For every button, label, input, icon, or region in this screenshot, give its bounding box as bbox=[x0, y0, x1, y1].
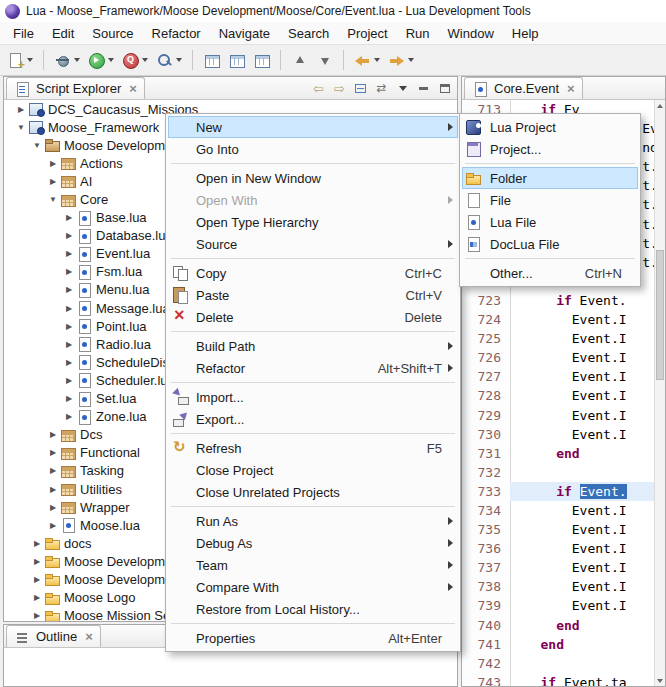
expand-arrow-icon[interactable]: ▶ bbox=[30, 539, 44, 548]
menu-item-export[interactable]: Export... bbox=[168, 408, 458, 430]
code-text[interactable]: Event.I bbox=[510, 386, 654, 405]
editor-line[interactable]: 737 Event.I bbox=[462, 558, 654, 577]
expand-arrow-icon[interactable]: ▶ bbox=[30, 611, 44, 620]
new-wizard-button[interactable] bbox=[4, 49, 36, 72]
expand-arrow-icon[interactable]: ▶ bbox=[62, 213, 76, 222]
menu-item-run-as[interactable]: Run As bbox=[168, 510, 458, 532]
line-number[interactable]: 724 bbox=[462, 310, 510, 329]
expand-arrow-icon[interactable]: ▶ bbox=[46, 430, 60, 439]
line-number[interactable]: 743 bbox=[462, 673, 510, 686]
line-number[interactable]: 740 bbox=[462, 616, 510, 635]
line-number[interactable]: 736 bbox=[462, 539, 510, 558]
menu-item-open-in-new-window[interactable]: Open in New Window bbox=[168, 167, 458, 189]
menubar-file[interactable]: File bbox=[4, 24, 43, 43]
line-number[interactable]: 730 bbox=[462, 425, 510, 444]
tab-outline[interactable]: Outline × bbox=[6, 625, 101, 647]
code-text[interactable]: Event.I bbox=[510, 501, 654, 520]
line-number[interactable]: 723 bbox=[462, 291, 510, 310]
line-number[interactable]: 739 bbox=[462, 596, 510, 615]
editor-line[interactable]: 741 end bbox=[462, 635, 654, 654]
menubar-help[interactable]: Help bbox=[503, 24, 548, 43]
expand-arrow-icon[interactable]: ▶ bbox=[46, 177, 60, 186]
grid-view-1-button[interactable] bbox=[200, 49, 223, 72]
code-text[interactable]: Event.I bbox=[510, 406, 654, 425]
close-icon[interactable]: × bbox=[129, 82, 137, 95]
editor-line[interactable]: 732 bbox=[462, 463, 654, 482]
collapse-arrow-icon[interactable]: ▼ bbox=[14, 123, 28, 132]
close-icon[interactable]: × bbox=[85, 630, 93, 643]
expand-arrow-icon[interactable]: ▶ bbox=[46, 503, 60, 512]
menu-item-other[interactable]: Other...Ctrl+N bbox=[462, 262, 638, 284]
code-text[interactable]: Event.I bbox=[510, 539, 654, 558]
link-with-editor-icon[interactable]: ⇄ bbox=[373, 80, 390, 97]
menu-item-close-project[interactable]: Close Project bbox=[168, 459, 458, 481]
expand-arrow-icon[interactable]: ▶ bbox=[62, 267, 76, 276]
code-text[interactable]: end bbox=[510, 635, 654, 654]
menubar-source[interactable]: Source bbox=[83, 24, 142, 43]
debug-button[interactable] bbox=[51, 49, 83, 72]
expand-arrow-icon[interactable]: ▶ bbox=[62, 376, 76, 385]
code-text[interactable]: if Event.ta bbox=[510, 673, 654, 686]
expand-arrow-icon[interactable]: ▶ bbox=[62, 249, 76, 258]
editor-line[interactable]: 727 Event.I bbox=[462, 367, 654, 386]
editor-line[interactable]: 742 bbox=[462, 654, 654, 673]
menu-item-refactor[interactable]: RefactorAlt+Shift+T bbox=[168, 357, 458, 379]
code-text[interactable]: Event.I bbox=[510, 596, 654, 615]
code-text[interactable]: Event.I bbox=[510, 425, 654, 444]
expand-arrow-icon[interactable]: ▶ bbox=[62, 285, 76, 294]
scroll-up-icon[interactable] bbox=[655, 100, 665, 111]
menu-item-refresh[interactable]: RefreshF5 bbox=[168, 437, 458, 459]
line-number[interactable]: 732 bbox=[462, 463, 510, 482]
code-text[interactable]: end bbox=[510, 616, 654, 635]
line-number[interactable]: 726 bbox=[462, 348, 510, 367]
code-text[interactable]: if Event. bbox=[510, 482, 654, 501]
menu-item-new[interactable]: New bbox=[168, 116, 458, 138]
line-number[interactable]: 741 bbox=[462, 635, 510, 654]
code-text[interactable]: Event.I bbox=[510, 520, 654, 539]
grid-view-2-button[interactable] bbox=[225, 49, 248, 72]
menu-item-lua-project[interactable]: Lua Project bbox=[462, 116, 638, 138]
scroll-down-icon[interactable] bbox=[655, 675, 665, 686]
editor-line[interactable]: 735 Event.I bbox=[462, 520, 654, 539]
expand-arrow-icon[interactable]: ▶ bbox=[62, 322, 76, 331]
menu-item-compare-with[interactable]: Compare With bbox=[168, 576, 458, 598]
back-button[interactable] bbox=[351, 49, 383, 72]
editor-line[interactable]: 733 if Event. bbox=[462, 482, 654, 501]
expand-arrow-icon[interactable]: ▶ bbox=[46, 521, 60, 530]
collapse-arrow-icon[interactable]: ▼ bbox=[46, 195, 60, 204]
expand-arrow-icon[interactable]: ▶ bbox=[30, 593, 44, 602]
expand-arrow-icon[interactable]: ▶ bbox=[46, 466, 60, 475]
editor-line[interactable]: 723 if Event. bbox=[462, 291, 654, 310]
editor-line[interactable]: 743 if Event.ta bbox=[462, 673, 654, 686]
editor-line[interactable]: 728 Event.I bbox=[462, 386, 654, 405]
back-arrow-icon[interactable]: ⇦ bbox=[310, 80, 327, 97]
external-tools-button[interactable] bbox=[119, 49, 151, 72]
line-number[interactable]: 729 bbox=[462, 406, 510, 425]
menubar-edit[interactable]: Edit bbox=[43, 24, 83, 43]
menubar-project[interactable]: Project bbox=[338, 24, 396, 43]
next-annotation-button[interactable] bbox=[313, 49, 336, 72]
run-button[interactable] bbox=[85, 49, 117, 72]
expand-arrow-icon[interactable]: ▶ bbox=[62, 304, 76, 313]
forward-button[interactable] bbox=[385, 49, 417, 72]
expand-arrow-icon[interactable]: ▶ bbox=[62, 358, 76, 367]
editor-line[interactable]: 726 Event.I bbox=[462, 348, 654, 367]
collapse-all-icon[interactable] bbox=[352, 80, 369, 97]
menubar-run[interactable]: Run bbox=[397, 24, 439, 43]
editor-line[interactable]: 725 Event.I bbox=[462, 329, 654, 348]
minimize-icon[interactable] bbox=[415, 80, 432, 97]
menu-item-build-path[interactable]: Build Path bbox=[168, 335, 458, 357]
expand-arrow-icon[interactable]: ▶ bbox=[46, 448, 60, 457]
editor-line[interactable]: 736 Event.I bbox=[462, 539, 654, 558]
menu-item-folder[interactable]: Folder bbox=[462, 167, 638, 189]
menu-item-open-with[interactable]: Open With bbox=[168, 189, 458, 211]
code-text[interactable]: Event.I bbox=[510, 348, 654, 367]
menu-item-debug-as[interactable]: Debug As bbox=[168, 532, 458, 554]
code-text[interactable]: Event.I bbox=[510, 577, 654, 596]
menu-item-source[interactable]: Source bbox=[168, 233, 458, 255]
expand-arrow-icon[interactable]: ▶ bbox=[62, 231, 76, 240]
menubar-refactor[interactable]: Refactor bbox=[143, 24, 210, 43]
close-icon[interactable]: × bbox=[567, 82, 575, 95]
line-number[interactable]: 731 bbox=[462, 444, 510, 463]
code-text[interactable]: if Event. bbox=[510, 291, 654, 310]
